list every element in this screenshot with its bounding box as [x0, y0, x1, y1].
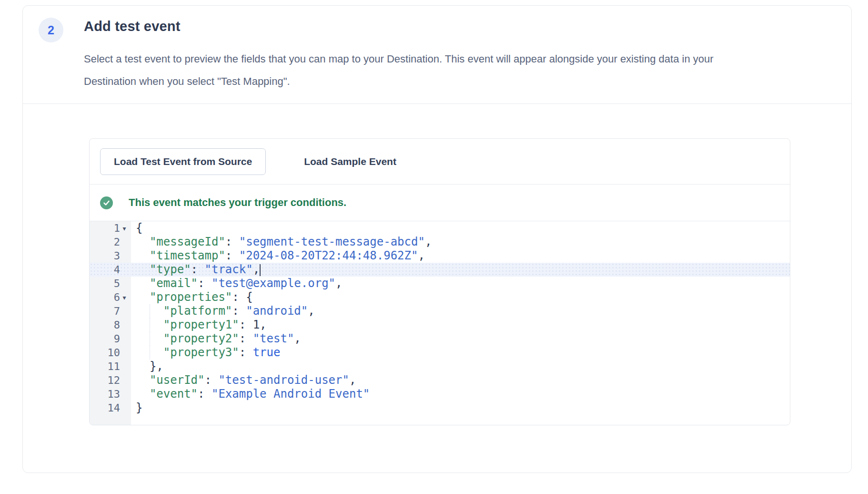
gutter-cell: 3▾: [90, 249, 131, 263]
line-number: 3: [114, 250, 120, 262]
code-line: 2▾ "messageId": "segment-test-message-ab…: [90, 235, 790, 249]
code-line-content[interactable]: [131, 415, 790, 425]
code-line: 13▾ "event": "Example Android Event": [90, 387, 790, 401]
code-line-content[interactable]: {: [131, 221, 790, 235]
code-line-content[interactable]: "property3": true: [131, 346, 790, 360]
fold-caret-icon[interactable]: ▾: [120, 225, 129, 232]
line-number: 8: [114, 319, 120, 331]
token-punc: :: [198, 277, 212, 290]
code-line-content[interactable]: "userId": "test-android-user",: [131, 373, 790, 387]
indent-guide: [150, 346, 150, 360]
line-number: 10: [108, 347, 121, 359]
token-punc: ,: [335, 277, 342, 290]
test-event-panel: Load Test Event from Source Load Sample …: [89, 138, 790, 425]
token-punc: ,: [418, 249, 424, 262]
line-number: 5: [114, 278, 120, 289]
gutter-cell: 7▾: [90, 304, 131, 318]
token-punc: :: [225, 249, 239, 262]
step-description-line2: Destination when you select "Test Mappin…: [84, 70, 714, 93]
token-key: "property3": [163, 346, 239, 359]
check-icon: [102, 199, 111, 207]
token-punc: ,: [294, 332, 301, 345]
event-load-toolbar: Load Test Event from Source Load Sample …: [90, 139, 790, 184]
line-number: 9: [114, 333, 120, 345]
token-punc: ,: [425, 235, 432, 248]
load-sample-event-button[interactable]: Load Sample Event: [291, 148, 410, 175]
token-key: "property2": [163, 332, 239, 345]
token-num: 1: [253, 318, 260, 331]
code-line-content[interactable]: },: [131, 360, 790, 373]
gutter-cell: 4▾: [90, 263, 131, 277]
json-code-editor[interactable]: 1▾{2▾ "messageId": "segment-test-message…: [90, 221, 790, 425]
indent-guide: [150, 332, 150, 346]
line-number: 11: [108, 360, 121, 372]
token-str: "test-android-user": [218, 373, 349, 387]
step-description-line1: Select a test event to preview the field…: [84, 48, 714, 70]
gutter-cell: 5▾: [90, 277, 131, 290]
gutter-cell: 1▾: [90, 221, 131, 235]
token-punc: :: [232, 304, 246, 318]
code-line: 11▾ },: [90, 360, 790, 373]
token-punc: :: [198, 387, 212, 401]
fold-caret-icon[interactable]: ▾: [120, 294, 129, 301]
indent-guide: [150, 318, 150, 332]
code-line: 6▾ "properties": {: [90, 290, 790, 304]
page: 2 Add test event Select a test event to …: [0, 0, 868, 494]
token-punc: :: [191, 263, 205, 276]
code-line: 1▾{: [90, 221, 790, 235]
token-punc: }: [136, 401, 142, 414]
token-punc: ,: [260, 318, 266, 331]
token-key: "event": [150, 387, 198, 401]
editor-filler-row: [90, 415, 790, 425]
token-punc: ,: [349, 373, 356, 387]
gutter-cell: 6▾: [90, 290, 131, 304]
code-line-content[interactable]: "event": "Example Android Event": [131, 387, 790, 401]
code-line-content[interactable]: }: [131, 401, 790, 415]
line-number: 13: [108, 388, 121, 400]
text-cursor: [260, 264, 261, 276]
token-punc: [136, 235, 150, 248]
token-punc: [136, 263, 150, 276]
gutter-cell: 8▾: [90, 318, 131, 332]
header-divider: [23, 103, 851, 104]
line-number: 2: [114, 236, 120, 248]
code-line-content[interactable]: "messageId": "segment-test-message-abcd"…: [131, 235, 790, 249]
line-number: 1: [114, 222, 120, 234]
step-description: Select a test event to preview the field…: [84, 48, 714, 93]
code-line: 9▾ "property2": "test",: [90, 332, 790, 346]
token-key: "timestamp": [150, 249, 225, 262]
code-line-content[interactable]: "property2": "test",: [131, 332, 790, 346]
line-number: 7: [114, 305, 120, 317]
code-line: 4▾ "type": "track",: [90, 263, 790, 277]
token-punc: ,: [253, 263, 260, 276]
code-line-content[interactable]: "properties": {: [131, 290, 790, 304]
token-punc: :: [239, 346, 253, 359]
gutter-cell: [90, 415, 131, 425]
code-line-content[interactable]: "email": "test@example.org",: [131, 277, 790, 290]
gutter-cell: 10▾: [90, 346, 131, 360]
token-punc: [136, 277, 150, 290]
token-punc: [136, 290, 150, 304]
code-line: 14▾}: [90, 401, 790, 415]
code-line-content[interactable]: "property1": 1,: [131, 318, 790, 332]
load-test-event-from-source-button[interactable]: Load Test Event from Source: [100, 148, 266, 175]
token-str: "Example Android Event": [212, 387, 370, 401]
step-number-badge: 2: [39, 18, 63, 42]
line-number: 6: [114, 291, 120, 303]
token-str: "test": [253, 332, 294, 345]
indent-guide: [150, 304, 150, 318]
gutter-cell: 14▾: [90, 401, 131, 415]
token-key: "messageId": [150, 235, 225, 248]
token-key: "property1": [163, 318, 239, 331]
code-line-content[interactable]: "timestamp": "2024-08-20T22:44:48.962Z",: [131, 249, 790, 263]
check-circle-icon: [100, 196, 113, 209]
token-punc: :: [239, 318, 253, 331]
code-line-content[interactable]: "platform": "android",: [131, 304, 790, 318]
code-line: 5▾ "email": "test@example.org",: [90, 277, 790, 290]
code-line-content[interactable]: "type": "track",: [131, 263, 790, 277]
gutter-cell: 11▾: [90, 360, 131, 373]
token-punc: :: [225, 235, 239, 248]
gutter-cell: 12▾: [90, 373, 131, 387]
token-str: "test@example.org": [212, 277, 335, 290]
trigger-match-status-text: This event matches your trigger conditio…: [129, 196, 346, 209]
